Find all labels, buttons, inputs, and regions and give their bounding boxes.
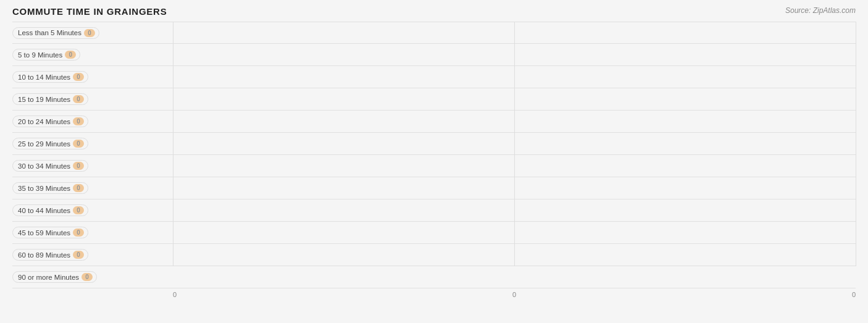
bar-label-container: 60 to 89 Minutes0	[12, 244, 173, 266]
bar-value-badge: 0	[73, 140, 84, 148]
bar-track	[173, 177, 856, 199]
bar-label-text: 30 to 34 Minutes	[18, 162, 70, 170]
bar-value-badge: 0	[73, 206, 84, 214]
bar-label-container: 35 to 39 Minutes0	[12, 177, 173, 199]
bar-row: 35 to 39 Minutes0	[12, 177, 856, 199]
bar-label-container: 30 to 34 Minutes0	[12, 155, 173, 177]
bar-row: 45 to 59 Minutes0	[12, 222, 856, 244]
bar-label-pill: 25 to 29 Minutes0	[12, 138, 88, 149]
bar-value-badge: 0	[65, 51, 76, 59]
bar-label-pill: 40 to 44 Minutes0	[12, 204, 88, 216]
bar-value-badge: 0	[73, 229, 84, 237]
x-axis-label: 0	[173, 291, 177, 298]
bar-track	[173, 199, 856, 221]
bar-row: 90 or more Minutes0	[12, 266, 856, 288]
bar-value-badge: 0	[73, 251, 84, 259]
bar-label-container: 40 to 44 Minutes0	[12, 199, 173, 221]
bar-value-badge: 0	[73, 184, 84, 192]
bar-label-container: 10 to 14 Minutes0	[12, 66, 173, 88]
bar-label-text: 20 to 24 Minutes	[18, 118, 70, 125]
bar-label-pill: 60 to 89 Minutes0	[12, 249, 88, 261]
bar-label-pill: 20 to 24 Minutes0	[12, 115, 88, 127]
grid-line	[856, 22, 856, 266]
bar-track	[173, 66, 856, 88]
bar-label-container: 25 to 29 Minutes0	[12, 133, 173, 154]
bar-track	[173, 266, 856, 288]
bar-label-pill: 45 to 59 Minutes0	[12, 227, 88, 238]
bar-row: 20 to 24 Minutes0	[12, 111, 856, 133]
x-axis-row: 000	[12, 288, 856, 298]
bar-label-container: 15 to 19 Minutes0	[12, 88, 173, 110]
bar-row: 5 to 9 Minutes0	[12, 44, 856, 66]
bar-row: 60 to 89 Minutes0	[12, 244, 856, 266]
bar-label-text: 5 to 9 Minutes	[18, 51, 62, 59]
bar-label-pill: 15 to 19 Minutes0	[12, 93, 88, 105]
bar-row: 15 to 19 Minutes0	[12, 88, 856, 111]
source-label: Source: ZipAtlas.com	[785, 6, 856, 15]
bar-value-badge: 0	[73, 162, 84, 170]
bar-track	[173, 133, 856, 154]
bar-label-text: 35 to 39 Minutes	[18, 185, 70, 192]
bar-label-text: 90 or more Minutes	[18, 274, 79, 281]
bar-track	[173, 22, 856, 43]
bar-value-badge: 0	[81, 273, 93, 281]
bar-row: 10 to 14 Minutes0	[12, 66, 856, 88]
bar-label-text: 10 to 14 Minutes	[18, 73, 70, 81]
bar-label-pill: 10 to 14 Minutes0	[12, 71, 88, 83]
bar-label-text: 45 to 59 Minutes	[18, 229, 70, 237]
bar-track	[173, 111, 856, 132]
bar-row: 40 to 44 Minutes0	[12, 199, 856, 222]
x-axis-label: 0	[512, 291, 516, 298]
bar-value-badge: 0	[73, 73, 84, 81]
bar-label-text: 15 to 19 Minutes	[18, 96, 70, 103]
bar-track	[173, 44, 856, 65]
chart-wrapper: Less than 5 Minutes05 to 9 Minutes010 to…	[12, 22, 856, 298]
bar-track	[173, 155, 856, 177]
bar-label-pill: 35 to 39 Minutes0	[12, 182, 88, 194]
bar-label-text: 25 to 29 Minutes	[18, 140, 70, 148]
bar-label-pill: 90 or more Minutes0	[12, 271, 97, 283]
bar-label-container: 45 to 59 Minutes0	[12, 222, 173, 243]
chart-area: Less than 5 Minutes05 to 9 Minutes010 to…	[12, 22, 856, 288]
x-axis-labels: 000	[173, 288, 856, 298]
bar-track	[173, 88, 856, 110]
bar-row: 25 to 29 Minutes0	[12, 133, 856, 155]
bar-label-text: Less than 5 Minutes	[18, 29, 81, 36]
bar-label-text: 60 to 89 Minutes	[18, 251, 70, 259]
bar-track	[173, 244, 856, 266]
bar-label-container: 90 or more Minutes0	[12, 266, 173, 288]
bar-track	[173, 222, 856, 243]
bar-label-pill: 5 to 9 Minutes0	[12, 49, 80, 61]
bar-label-pill: 30 to 34 Minutes0	[12, 160, 88, 172]
bar-label-container: 20 to 24 Minutes0	[12, 111, 173, 132]
bar-label-text: 40 to 44 Minutes	[18, 207, 70, 214]
bar-label-pill: Less than 5 Minutes0	[12, 27, 99, 39]
bar-row: Less than 5 Minutes0	[12, 22, 856, 44]
bar-label-container: Less than 5 Minutes0	[12, 22, 173, 43]
bar-row: 30 to 34 Minutes0	[12, 155, 856, 177]
bar-value-badge: 0	[73, 95, 84, 103]
bar-value-badge: 0	[84, 29, 95, 37]
chart-title: COMMUTE TIME IN GRAINGERS	[12, 6, 167, 17]
bar-label-container: 5 to 9 Minutes0	[12, 44, 173, 65]
bar-value-badge: 0	[73, 117, 84, 125]
x-axis-label: 0	[852, 291, 856, 298]
